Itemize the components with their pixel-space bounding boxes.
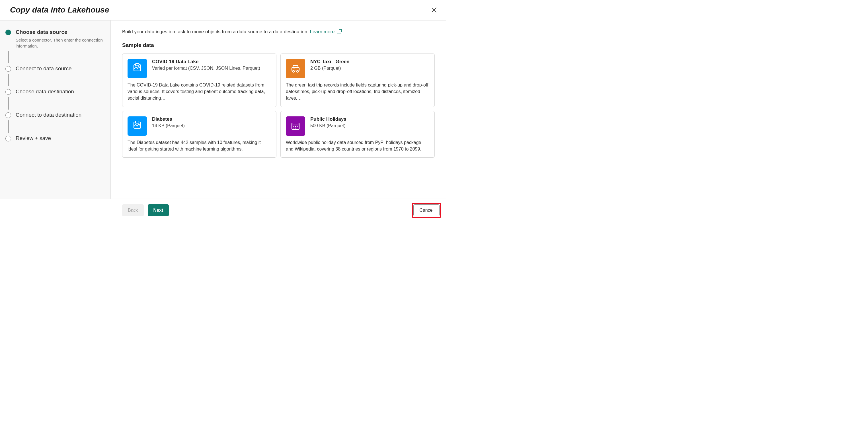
svg-rect-7 bbox=[135, 121, 139, 123]
card-description: The green taxi trip records include fiel… bbox=[286, 82, 429, 102]
cancel-highlight: Cancel bbox=[412, 203, 441, 218]
step-choose-data-source[interactable]: Choose data source Select a connector. T… bbox=[5, 29, 105, 49]
step-title: Choose data destination bbox=[16, 88, 105, 95]
step-indicator-icon bbox=[5, 66, 11, 72]
step-indicator-icon bbox=[5, 89, 11, 95]
card-subtitle: Varied per format (CSV, JSON, JSON Lines… bbox=[152, 65, 260, 71]
cancel-button[interactable]: Cancel bbox=[413, 204, 439, 216]
card-description: The COVID-19 Data Lake contains COVID-19… bbox=[128, 82, 271, 102]
back-button: Back bbox=[122, 204, 144, 216]
step-connector-icon bbox=[8, 120, 8, 133]
learn-more-label: Learn more bbox=[310, 29, 335, 35]
card-nyc-taxi-green[interactable]: NYC Taxi - Green 2 GB (Parquet) The gree… bbox=[280, 54, 435, 107]
external-link-icon bbox=[337, 30, 341, 34]
step-title: Connect to data destination bbox=[16, 111, 105, 119]
card-description: The Diabetes dataset has 442 samples wit… bbox=[128, 139, 271, 152]
card-subtitle: 14 KB (Parquet) bbox=[152, 123, 185, 129]
step-indicator-icon bbox=[5, 136, 11, 141]
intro-text: Build your data ingestion task to move o… bbox=[122, 29, 310, 34]
step-review-save[interactable]: Review + save bbox=[5, 135, 105, 142]
card-subtitle: 2 GB (Parquet) bbox=[310, 65, 349, 71]
svg-rect-1 bbox=[135, 63, 139, 66]
dialog-footer: Back Next Cancel bbox=[111, 199, 446, 222]
step-connect-to-data-destination[interactable]: Connect to data destination bbox=[5, 111, 105, 119]
close-icon bbox=[431, 7, 437, 13]
step-connector-icon bbox=[8, 97, 8, 109]
card-covid-19-data-lake[interactable]: COVID-19 Data Lake Varied per format (CS… bbox=[122, 54, 276, 107]
dialog-title: Copy data into Lakehouse bbox=[10, 5, 109, 14]
svg-rect-2 bbox=[292, 67, 299, 71]
step-title: Connect to data source bbox=[16, 65, 105, 72]
card-title: Diabetes bbox=[152, 117, 185, 122]
svg-rect-5 bbox=[293, 69, 294, 69]
card-public-holidays[interactable]: Public Holidays 500 KB (Parquet) Worldwi… bbox=[280, 111, 435, 158]
step-choose-data-destination[interactable]: Choose data destination bbox=[5, 88, 105, 95]
svg-point-11 bbox=[295, 126, 296, 127]
main-content: Build your data ingestion task to move o… bbox=[111, 21, 446, 199]
copy-data-dialog: Copy data into Lakehouse Choose data sou… bbox=[0, 0, 446, 222]
step-indicator-icon bbox=[5, 112, 11, 118]
step-connector-icon bbox=[8, 51, 8, 63]
step-description: Select a connector. Then enter the conne… bbox=[16, 37, 105, 49]
sample-data-cards: COVID-19 Data Lake Varied per format (CS… bbox=[122, 54, 435, 158]
step-title: Review + save bbox=[16, 135, 105, 142]
card-subtitle: 500 KB (Parquet) bbox=[310, 123, 346, 129]
step-indicator-active-icon bbox=[5, 30, 11, 35]
dialog-body: Choose data source Select a connector. T… bbox=[0, 21, 446, 199]
step-title: Choose data source bbox=[16, 29, 105, 36]
card-title: NYC Taxi - Green bbox=[310, 59, 349, 65]
dialog-header: Copy data into Lakehouse bbox=[0, 0, 446, 21]
svg-point-3 bbox=[293, 71, 294, 72]
data-lake-monitor-icon bbox=[128, 117, 147, 136]
card-description: Worldwide public holiday data sourced fr… bbox=[286, 139, 429, 152]
close-button[interactable] bbox=[431, 6, 438, 13]
calendar-icon bbox=[286, 117, 305, 136]
wizard-steps-sidebar: Choose data source Select a connector. T… bbox=[0, 21, 111, 199]
data-lake-monitor-icon bbox=[128, 59, 147, 78]
next-button[interactable]: Next bbox=[148, 204, 169, 216]
card-title: COVID-19 Data Lake bbox=[152, 59, 260, 65]
card-title: Public Holidays bbox=[310, 117, 346, 122]
svg-point-14 bbox=[295, 128, 296, 128]
card-diabetes[interactable]: Diabetes 14 KB (Parquet) The Diabetes da… bbox=[122, 111, 276, 158]
svg-point-12 bbox=[297, 126, 298, 127]
learn-more-link[interactable]: Learn more bbox=[310, 29, 341, 35]
svg-point-4 bbox=[297, 71, 298, 72]
svg-point-10 bbox=[293, 126, 294, 127]
section-title-sample-data: Sample data bbox=[122, 42, 435, 48]
step-connector-icon bbox=[8, 74, 8, 86]
step-connect-to-data-source[interactable]: Connect to data source bbox=[5, 65, 105, 72]
intro-text-row: Build your data ingestion task to move o… bbox=[122, 29, 435, 35]
taxi-icon bbox=[286, 59, 305, 78]
svg-point-13 bbox=[293, 128, 294, 128]
